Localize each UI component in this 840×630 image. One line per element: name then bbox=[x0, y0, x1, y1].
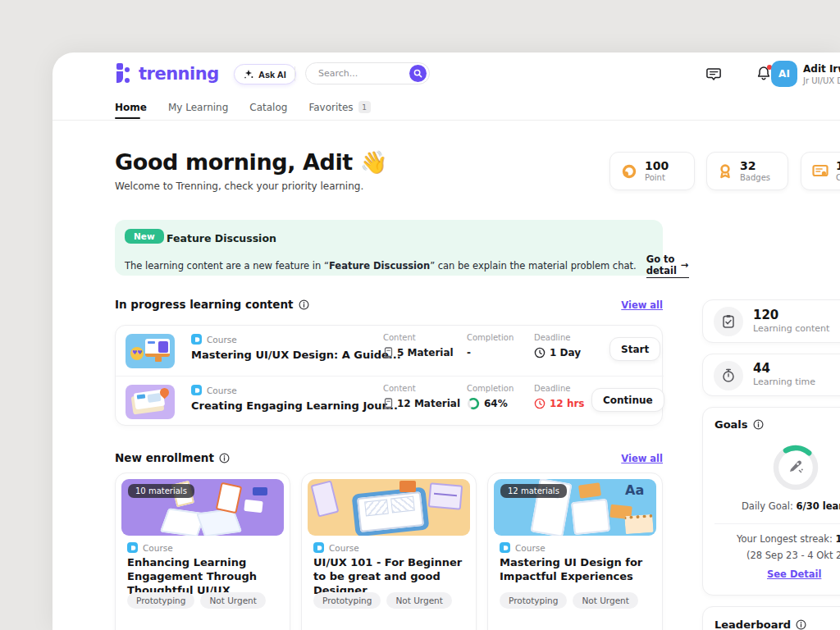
avatar[interactable]: AI bbox=[771, 61, 797, 87]
course-type-line: Course bbox=[127, 542, 173, 553]
course-chip-icon bbox=[127, 542, 138, 553]
profile-role: Jr UI/UX Designer bbox=[803, 76, 840, 85]
main-column: New Feature Discussion The learning cont… bbox=[115, 52, 663, 630]
leaderboard-card: Leaderboard bbox=[702, 606, 840, 630]
course-type-line: Course bbox=[500, 542, 546, 553]
course-type-label: Course bbox=[329, 543, 359, 553]
medal-icon bbox=[718, 163, 733, 180]
new-enrollment-title-text: New enrollment bbox=[115, 451, 214, 464]
deadline-text: 1 Day bbox=[550, 347, 581, 358]
see-detail-link[interactable]: See Detail bbox=[767, 568, 821, 580]
tag: Prototyping bbox=[127, 592, 194, 609]
banner-text-bold: Feature Discussion bbox=[329, 260, 430, 272]
messages-button[interactable] bbox=[706, 67, 722, 82]
tablet-wireframe-illustration bbox=[308, 479, 470, 536]
course-chip-icon bbox=[313, 542, 324, 553]
enrollment-card-title: Mastering UI Design for Impactful Experi… bbox=[500, 555, 654, 583]
info-icon[interactable] bbox=[796, 619, 806, 630]
stat-card-badges: 32 Badges bbox=[706, 152, 788, 190]
learning-content-value: 120 bbox=[753, 308, 829, 322]
completion-column-label: Completion bbox=[467, 333, 514, 342]
course-row[interactable]: Course Creating Engaging Learning Jour..… bbox=[116, 377, 664, 427]
learning-time-label: Learning time bbox=[753, 377, 815, 387]
completion-text: - bbox=[467, 347, 471, 358]
goals-divider bbox=[714, 523, 840, 524]
badges-label: Badges bbox=[740, 173, 770, 182]
new-enrollment-view-all-link[interactable]: View all bbox=[621, 453, 663, 464]
info-icon[interactable] bbox=[753, 419, 764, 430]
new-enrollment-section-title: New enrollment bbox=[115, 451, 230, 464]
daily-goal-value: 6/30 learning bbox=[796, 500, 840, 512]
info-icon[interactable] bbox=[299, 299, 309, 310]
streak-range: (28 Sep 23 - 4 Okt 23) bbox=[746, 550, 840, 561]
daily-goal-text: Daily Goal: 6/30 learning bbox=[742, 500, 840, 512]
content-value: 12 Material bbox=[383, 398, 460, 409]
profile-name: Adit Irwan bbox=[803, 63, 840, 75]
enrollment-card-title: UI/UX 101 - For Beginner to be great and… bbox=[313, 555, 468, 597]
stat-card-certificates: 12 Certificate bbox=[801, 152, 840, 190]
clipboard-check-icon bbox=[714, 307, 743, 336]
completion-column-label: Completion bbox=[467, 384, 514, 393]
streak-label: Your Longest streak: bbox=[737, 533, 833, 545]
streak-value: 1 Day bbox=[836, 533, 840, 545]
course-type-line: Course bbox=[191, 385, 237, 395]
course-title: Mastering UI/UX Design: A Guide... bbox=[191, 349, 401, 361]
completion-ring-icon bbox=[467, 397, 480, 410]
course-row[interactable]: ♥♥ Course Mastering UI/UX Design: A Guid… bbox=[116, 326, 664, 376]
content-value: 5 Material bbox=[383, 347, 454, 358]
course-thumb-illustration: ♥♥ bbox=[126, 334, 175, 368]
goals-title-text: Goals bbox=[714, 418, 748, 431]
go-to-detail-label: Go to detail bbox=[646, 253, 677, 276]
feature-banner: New Feature Discussion The learning cont… bbox=[115, 220, 663, 276]
course-thumbnail: ♥♥ bbox=[126, 334, 175, 368]
deadline-value: 1 Day bbox=[534, 347, 581, 358]
tag: Not Urgent bbox=[200, 592, 265, 609]
in-progress-title-text: In progress learning content bbox=[115, 298, 294, 311]
deadline-column-label: Deadline bbox=[534, 384, 570, 393]
tag: Not Urgent bbox=[386, 592, 451, 609]
tag-list: Prototyping Not Urgent bbox=[127, 592, 266, 609]
start-button[interactable]: Start bbox=[609, 337, 660, 361]
continue-button[interactable]: Continue bbox=[591, 388, 664, 412]
arrow-right-icon: → bbox=[681, 259, 689, 271]
new-badge: New bbox=[125, 229, 164, 244]
completion-value: 64% bbox=[467, 397, 508, 410]
course-type-label: Course bbox=[515, 543, 546, 553]
info-icon[interactable] bbox=[219, 453, 230, 463]
enrollment-card-title: Enhancing Learning Engagement Through Th… bbox=[127, 555, 281, 597]
materials-badge: 12 materials bbox=[500, 484, 567, 498]
content-count: 12 Material bbox=[397, 398, 460, 409]
tag-list: Prototyping Not Urgent bbox=[500, 592, 638, 609]
sidebar-stat-learning-time: 44 Learning time bbox=[702, 354, 840, 396]
go-to-detail-link[interactable]: Go to detail → bbox=[646, 253, 689, 278]
content-count: 5 Material bbox=[397, 347, 454, 358]
course-type-line: Course bbox=[191, 334, 237, 345]
banner-text: The learning content are a new feature i… bbox=[125, 260, 637, 272]
rocket-icon bbox=[788, 459, 804, 475]
goals-title-line: Goals bbox=[714, 418, 764, 431]
course-thumb-illustration bbox=[126, 385, 175, 419]
streak-text: Your Longest streak: 1 Day bbox=[737, 533, 840, 545]
materials-badge: 10 materials bbox=[128, 484, 194, 498]
profile-info[interactable]: Adit Irwan Jr UI/UX Designer bbox=[803, 63, 840, 85]
certificates-label: Certificate bbox=[836, 173, 840, 182]
course-chip-icon bbox=[500, 542, 510, 553]
banner-text-before: The learning content are a new feature i… bbox=[125, 260, 329, 272]
app-window: trenning Ask AI bbox=[52, 52, 840, 630]
certificate-icon bbox=[812, 164, 829, 179]
material-file-icon bbox=[383, 347, 393, 358]
notifications-button[interactable] bbox=[756, 66, 771, 81]
enrollment-card-image: Aa 12 materials bbox=[494, 479, 656, 536]
sidebar-stat-learning-content: 120 Learning content bbox=[702, 299, 840, 343]
enrollment-card[interactable]: 10 materials Course Enhancing Learning E… bbox=[115, 472, 290, 630]
daily-goal-label: Daily Goal: bbox=[742, 500, 793, 512]
enrollment-card[interactable]: Aa 12 materials Course Mastering UI Desi… bbox=[487, 472, 663, 630]
daily-goal-progress-ring bbox=[772, 444, 819, 491]
course-chip-icon bbox=[191, 334, 202, 345]
completion-text: 64% bbox=[484, 398, 508, 409]
course-type-line: Course bbox=[313, 542, 359, 553]
in-progress-section-title: In progress learning content bbox=[115, 298, 309, 311]
in-progress-view-all-link[interactable]: View all bbox=[621, 299, 663, 311]
completion-value: - bbox=[467, 347, 471, 358]
enrollment-card[interactable]: Course UI/UX 101 - For Beginner to be gr… bbox=[301, 472, 477, 630]
